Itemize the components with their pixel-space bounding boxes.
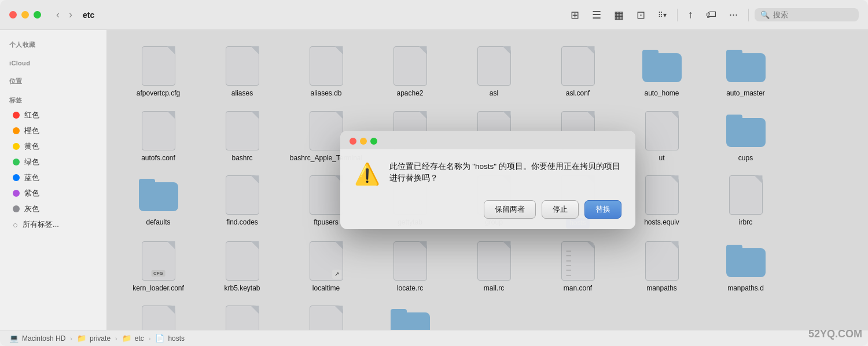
title-bar: ‹ › etc ⊞ ☰ ▦ ⊡ ⠿▾ ↑ 🏷 ··· 🔍 <box>0 0 868 30</box>
sidebar-label-blue: 蓝色 <box>24 172 39 183</box>
file-area: afpovertcp.cfgaliasesaliases.dbapache2as… <box>107 30 868 330</box>
breadcrumb-label-macintosh-hd: Macintosh HD <box>22 334 65 343</box>
breadcrumb-sep-3: › <box>149 335 151 342</box>
hosts-icon: 📄 <box>155 334 164 343</box>
window-title: etc <box>83 10 94 20</box>
breadcrumb-etc[interactable]: 📁 etc <box>122 334 144 343</box>
breadcrumb-sep-1: › <box>70 335 72 342</box>
dialog-close-button[interactable] <box>350 138 356 145</box>
search-input[interactable] <box>773 10 853 19</box>
gray-dot-icon <box>13 205 20 212</box>
green-dot-icon <box>13 159 20 165</box>
blue-dot-icon <box>13 174 20 181</box>
view-gallery-button[interactable]: ⊡ <box>632 6 650 24</box>
sidebar-item-red[interactable]: 红色 <box>3 108 103 123</box>
list-icon: ☰ <box>592 9 601 21</box>
sidebar-item-all-tags[interactable]: ○ 所有标签... <box>3 217 103 232</box>
sidebar-section-tags: 标签 <box>0 93 106 107</box>
dialog-body: ⚠️ 此位置已经存在名称为 "hosts" 的项目。你要使用正在拷贝的项目进行替… <box>340 149 635 196</box>
column-icon: ▦ <box>614 9 624 21</box>
sidebar-label-red: 红色 <box>24 110 39 120</box>
yellow-dot-icon <box>13 143 20 150</box>
orange-dot-icon <box>13 127 20 134</box>
stop-button[interactable]: 停止 <box>542 200 579 219</box>
macintosh-hd-icon: 💻 <box>9 334 19 343</box>
maximize-button[interactable] <box>34 11 41 19</box>
dialog-minimize-button[interactable] <box>360 138 367 145</box>
sidebar: 个人收藏 iCloud 位置 标签 红色 橙色 黄色 绿色 蓝色 紫色 <box>0 30 107 330</box>
breadcrumb-macintosh-hd[interactable]: 💻 Macintosh HD <box>9 334 65 343</box>
replace-button[interactable]: 替换 <box>584 200 621 219</box>
sidebar-label-gray: 灰色 <box>24 204 39 214</box>
breadcrumb-label-hosts: hosts <box>168 334 185 343</box>
sidebar-item-yellow[interactable]: 黄色 <box>3 139 103 154</box>
dialog-overlay: ⚠️ 此位置已经存在名称为 "hosts" 的项目。你要使用正在拷贝的项目进行替… <box>107 30 868 330</box>
private-icon: 📁 <box>77 334 86 343</box>
dialog-maximize-button[interactable] <box>370 138 377 145</box>
sidebar-item-orange[interactable]: 橙色 <box>3 123 103 138</box>
dialog-message: 此位置已经存在名称为 "hosts" 的项目。你要使用正在拷贝的项目进行替换吗？ <box>389 161 621 185</box>
sidebar-item-gray[interactable]: 灰色 <box>3 201 103 216</box>
keep-both-button[interactable]: 保留两者 <box>484 200 536 219</box>
breadcrumb-label-etc: etc <box>135 334 144 343</box>
breadcrumb-sep-2: › <box>115 335 117 342</box>
breadcrumb-label-private: private <box>90 334 111 343</box>
purple-dot-icon <box>13 190 20 197</box>
sidebar-section-location: 位置 <box>0 73 106 88</box>
tag-icon: 🏷 <box>706 9 716 21</box>
view-list-button[interactable]: ☰ <box>587 6 606 24</box>
all-tags-icon: ○ <box>13 220 18 230</box>
sidebar-label-all-tags: 所有标签... <box>23 219 59 230</box>
search-box[interactable]: 🔍 <box>755 8 859 21</box>
view-more-button[interactable]: ⠿▾ <box>653 8 671 22</box>
sidebar-label-orange: 橙色 <box>24 126 39 136</box>
divider2 <box>748 9 749 21</box>
share-button[interactable]: ↑ <box>683 6 698 24</box>
minimize-button[interactable] <box>21 11 29 19</box>
back-button[interactable]: ‹ <box>53 8 63 22</box>
more-button[interactable]: ··· <box>724 6 742 24</box>
traffic-lights <box>9 11 41 19</box>
red-dot-icon <box>13 112 20 119</box>
dialog-buttons: 保留两者 停止 替换 <box>340 196 635 229</box>
close-button[interactable] <box>9 11 17 19</box>
view-column-button[interactable]: ▦ <box>609 6 628 24</box>
sidebar-section-favorites: 个人收藏 <box>0 37 106 51</box>
dialog-title-bar <box>340 131 635 149</box>
etc-icon: 📁 <box>122 334 131 343</box>
sidebar-label-green: 绿色 <box>24 157 39 167</box>
breadcrumb-hosts[interactable]: 📄 hosts <box>155 334 185 343</box>
divider <box>677 9 678 21</box>
view-more-label: ⠿▾ <box>658 11 667 19</box>
dialog-traffic-lights <box>350 138 377 145</box>
sidebar-item-green[interactable]: 绿色 <box>3 154 103 170</box>
grid-icon: ⊞ <box>571 9 579 21</box>
more-icon: ··· <box>729 9 738 21</box>
breadcrumb-private[interactable]: 📁 private <box>77 334 111 343</box>
sidebar-label-purple: 紫色 <box>24 188 39 198</box>
tag-button[interactable]: 🏷 <box>701 6 721 24</box>
status-bar: 💻 Macintosh HD › 📁 private › 📁 etc › 📄 h… <box>0 330 868 346</box>
toolbar-icons: ⊞ ☰ ▦ ⊡ ⠿▾ ↑ 🏷 ··· 🔍 <box>566 6 859 24</box>
sidebar-item-purple[interactable]: 紫色 <box>3 186 103 201</box>
gallery-icon: ⊡ <box>637 9 645 21</box>
dialog: ⚠️ 此位置已经存在名称为 "hosts" 的项目。你要使用正在拷贝的项目进行替… <box>340 131 635 229</box>
sidebar-label-yellow: 黄色 <box>24 141 39 152</box>
search-icon: 🔍 <box>760 10 770 19</box>
view-grid-button[interactable]: ⊞ <box>566 6 584 24</box>
warning-icon: ⚠️ <box>354 162 380 186</box>
forward-button[interactable]: › <box>65 8 76 22</box>
sidebar-section-icloud: iCloud <box>0 56 106 69</box>
share-icon: ↑ <box>688 9 693 21</box>
sidebar-item-blue[interactable]: 蓝色 <box>3 170 103 185</box>
nav-buttons: ‹ › <box>53 8 76 22</box>
main-area: 个人收藏 iCloud 位置 标签 红色 橙色 黄色 绿色 蓝色 紫色 <box>0 30 868 330</box>
